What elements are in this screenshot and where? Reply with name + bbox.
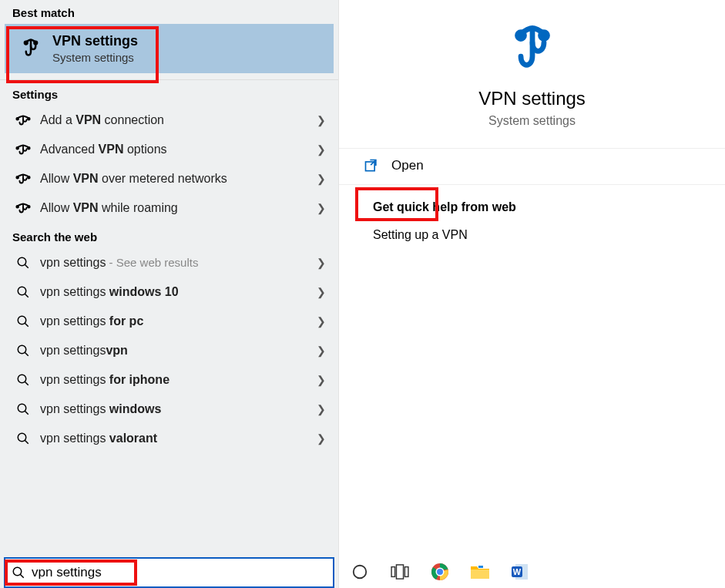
- chevron-right-icon: ❯: [317, 286, 326, 298]
- svg-line-23: [25, 440, 29, 444]
- best-match-item[interactable]: VPN settings System settings: [5, 24, 334, 73]
- svg-rect-31: [396, 565, 403, 579]
- search-icon: [12, 314, 34, 328]
- settings-item[interactable]: Allow VPN over metered networks❯: [0, 164, 338, 193]
- detail-title: VPN settings: [478, 88, 586, 109]
- settings-item[interactable]: Allow VPN while roaming❯: [0, 193, 338, 223]
- settings-item[interactable]: Advanced VPN options❯: [0, 135, 338, 164]
- svg-rect-32: [404, 567, 408, 577]
- search-icon: [12, 432, 34, 445]
- web-item-label: vpn settings valorant: [40, 432, 317, 445]
- web-item-label: vpn settings for iphone: [40, 373, 317, 387]
- task-view-icon[interactable]: [390, 562, 410, 582]
- svg-line-17: [25, 352, 29, 356]
- chevron-right-icon: ❯: [317, 403, 326, 415]
- svg-point-9: [28, 206, 30, 208]
- svg-line-21: [25, 411, 29, 415]
- chevron-right-icon: ❯: [317, 143, 326, 156]
- svg-point-35: [437, 569, 443, 575]
- chevron-right-icon: ❯: [317, 315, 326, 328]
- svg-point-8: [16, 206, 18, 208]
- svg-line-19: [25, 381, 29, 385]
- chevron-right-icon: ❯: [317, 432, 326, 445]
- svg-point-27: [540, 32, 547, 39]
- web-item-label: vpn settings windows: [40, 402, 317, 416]
- svg-point-29: [354, 566, 367, 579]
- chevron-right-icon: ❯: [317, 114, 326, 126]
- vpn-icon: [12, 172, 34, 186]
- svg-point-6: [16, 176, 18, 179]
- search-icon: [12, 344, 34, 358]
- vpn-large-icon: [505, 22, 560, 77]
- help-link-setup-vpn[interactable]: Setting up a VPN: [339, 222, 725, 250]
- svg-line-11: [25, 264, 29, 268]
- vpn-icon: [12, 143, 34, 156]
- open-button[interactable]: Open: [339, 148, 725, 185]
- settings-item[interactable]: Add a VPN connection❯: [0, 106, 338, 135]
- svg-point-3: [28, 118, 30, 120]
- web-item-label: vpn settings - See web results: [40, 256, 317, 270]
- cortana-icon[interactable]: [350, 562, 370, 582]
- web-search-item[interactable]: vpn settings for iphone❯: [0, 365, 338, 395]
- web-search-item[interactable]: vpn settings - See web results❯: [0, 248, 338, 277]
- svg-rect-37: [478, 566, 483, 568]
- settings-item-label: Advanced VPN options: [40, 143, 317, 156]
- vpn-icon: [12, 113, 34, 127]
- chrome-icon[interactable]: [430, 562, 450, 582]
- word-icon[interactable]: W: [510, 562, 530, 582]
- vpn-settings-icon: [17, 37, 45, 60]
- svg-line-13: [25, 294, 29, 297]
- svg-point-22: [18, 433, 26, 442]
- svg-point-1: [34, 42, 37, 45]
- svg-point-18: [18, 375, 26, 383]
- svg-point-26: [517, 32, 524, 39]
- open-icon: [364, 158, 379, 173]
- search-results-panel: Best match VPN settings System settings …: [0, 0, 339, 588]
- svg-point-16: [18, 345, 26, 354]
- chevron-right-icon: ❯: [317, 257, 326, 269]
- search-icon: [12, 402, 34, 416]
- web-search-item[interactable]: vpn settings for pc❯: [0, 307, 338, 336]
- settings-item-label: Allow VPN over metered networks: [40, 172, 317, 186]
- svg-point-7: [28, 176, 30, 179]
- search-icon: [12, 373, 34, 387]
- search-icon: [12, 285, 34, 299]
- svg-text:W: W: [513, 567, 522, 576]
- file-explorer-icon[interactable]: [470, 562, 490, 582]
- taskbar: W: [339, 556, 725, 588]
- web-item-label: vpn settings for pc: [40, 314, 317, 328]
- svg-point-4: [16, 147, 18, 150]
- search-icon: [12, 566, 27, 580]
- search-input[interactable]: [32, 565, 327, 580]
- search-web-header: Search the web: [0, 224, 338, 248]
- quick-help-header: Get quick help from web: [339, 185, 725, 222]
- web-search-item[interactable]: vpn settings windows❯: [0, 395, 338, 424]
- svg-line-15: [25, 323, 29, 327]
- web-search-item[interactable]: vpn settingsvpn❯: [0, 336, 338, 365]
- detail-panel: VPN settings System settings Open Get qu…: [339, 0, 725, 588]
- svg-point-2: [16, 118, 18, 120]
- vpn-icon: [12, 201, 34, 215]
- search-box[interactable]: [4, 557, 334, 588]
- svg-line-25: [20, 574, 24, 578]
- settings-item-label: Allow VPN while roaming: [40, 201, 317, 215]
- chevron-right-icon: ❯: [317, 173, 326, 185]
- web-item-label: vpn settings windows 10: [40, 285, 317, 299]
- svg-point-20: [18, 404, 26, 412]
- web-item-label: vpn settingsvpn: [40, 344, 317, 358]
- settings-item-label: Add a VPN connection: [40, 113, 317, 127]
- detail-subtitle: System settings: [488, 114, 576, 128]
- best-match-subtitle: System settings: [52, 51, 138, 64]
- svg-point-24: [13, 567, 22, 576]
- open-label: Open: [391, 158, 424, 173]
- web-search-item[interactable]: vpn settings valorant❯: [0, 424, 338, 453]
- svg-point-12: [18, 287, 26, 295]
- svg-rect-36: [471, 570, 489, 579]
- svg-rect-30: [391, 567, 395, 577]
- web-search-item[interactable]: vpn settings windows 10❯: [0, 277, 338, 307]
- chevron-right-icon: ❯: [317, 344, 326, 357]
- best-match-header: Best match: [0, 0, 338, 24]
- settings-header: Settings: [0, 79, 338, 106]
- svg-point-10: [18, 257, 26, 266]
- search-icon: [12, 256, 34, 270]
